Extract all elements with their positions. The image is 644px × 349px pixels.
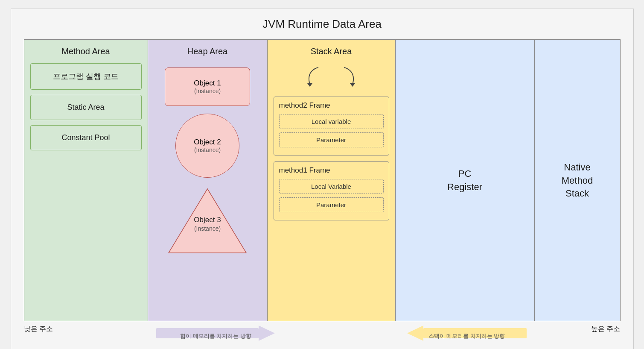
object2-name: Object 2 <box>194 138 221 147</box>
method2-frame-title: method2 Frame <box>279 101 384 110</box>
heap-direction-arrow <box>156 325 276 342</box>
method2-local: Local variable <box>279 114 384 129</box>
object1-name: Object 1 <box>194 79 221 88</box>
native-method-column: NativeMethodStack <box>535 40 620 321</box>
svg-rect-6 <box>423 328 527 338</box>
object3: Object 3 (Instance) <box>167 185 248 256</box>
heap-area-title: Heap Area <box>154 47 261 56</box>
svg-marker-1 <box>307 83 312 87</box>
stack-direction-arrow <box>407 325 527 342</box>
heap-content: Object 1 (Instance) Object 2 (Instance) … <box>154 67 261 256</box>
svg-marker-2 <box>350 83 355 87</box>
method1-frame: method1 Frame Local Variable Parameter <box>274 161 389 220</box>
svg-marker-5 <box>407 326 423 341</box>
stack-area-column: Stack Area method2 Frame Local variable … <box>268 40 396 321</box>
method-area-column: Method Area 프로그램 실행 코드 Static Area Const… <box>24 40 148 321</box>
method-area-title: Method Area <box>30 47 142 56</box>
method2-param: Parameter <box>279 132 384 147</box>
diagram-container: Method Area 프로그램 실행 코드 Static Area Const… <box>24 39 621 321</box>
page-title: JVM Runtime Data Area <box>24 18 621 31</box>
method1-param: Parameter <box>279 197 384 212</box>
object2-sub: (Instance) <box>194 147 221 153</box>
method2-frame: method2 Frame Local variable Parameter <box>274 97 389 155</box>
object3-sub: (Instance) <box>194 225 221 232</box>
svg-marker-4 <box>259 326 275 341</box>
method1-local: Local Variable <box>279 179 384 194</box>
stack-area-title: Stack Area <box>274 47 389 56</box>
object1-sub: (Instance) <box>194 88 221 94</box>
constant-pool-box: Constant Pool <box>30 125 142 150</box>
high-address-label: 높은 주소 <box>535 325 621 334</box>
object1: Object 1 (Instance) <box>165 67 250 106</box>
static-area-box: Static Area <box>30 95 142 120</box>
object3-label: Object 3 (Instance) <box>194 216 221 233</box>
bottom-labels-row: 낮은 주소 높은 주소 <box>24 325 621 342</box>
object3-name: Object 3 <box>194 216 221 224</box>
pc-register-column: PCRegister <box>396 40 535 321</box>
heap-area-column: Heap Area Object 1 (Instance) Object 2 (… <box>148 40 268 321</box>
stack-arrows <box>274 63 389 93</box>
native-method-title: NativeMethodStack <box>562 161 593 200</box>
direction-arrows <box>148 325 535 342</box>
object2: Object 2 (Instance) <box>175 114 239 178</box>
method1-frame-title: method1 Frame <box>279 166 384 175</box>
svg-rect-3 <box>156 328 259 338</box>
program-code-box: 프로그램 실행 코드 <box>30 63 142 90</box>
low-address-label: 낮은 주소 <box>24 325 148 334</box>
pc-register-title: PCRegister <box>447 167 482 194</box>
page-wrapper: JVM Runtime Data Area Method Area 프로그램 실… <box>11 9 634 349</box>
stack-arrows-svg <box>297 63 365 93</box>
